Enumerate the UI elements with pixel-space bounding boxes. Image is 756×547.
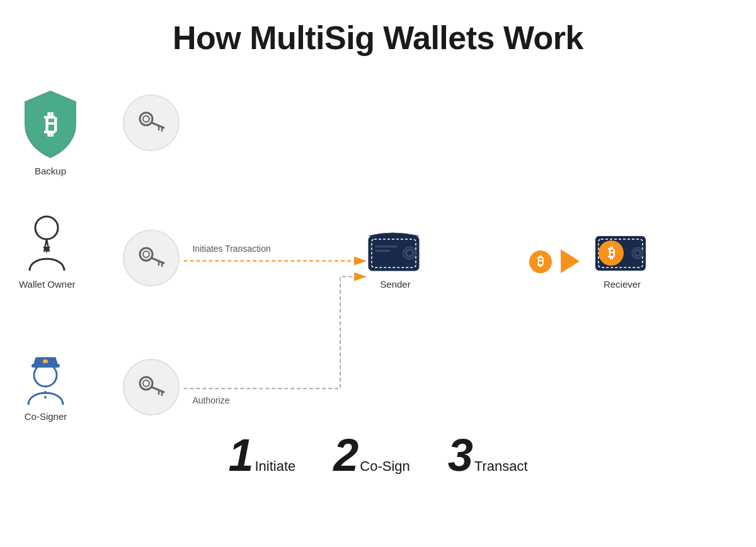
wallet-owner-icon bbox=[20, 214, 74, 274]
owner-key-icon bbox=[135, 242, 168, 274]
sender-wallet: Sender bbox=[365, 227, 425, 290]
svg-rect-29 bbox=[375, 245, 397, 247]
steps-row: 1 Initiate 2 Co-Sign 3 Transact bbox=[0, 432, 756, 478]
receiver-wallet-icon: ₿ bbox=[592, 227, 652, 274]
step-3: 3 Transact bbox=[448, 432, 528, 478]
svg-text:₿: ₿ bbox=[608, 245, 615, 261]
cosigner-actor: Co-Signer bbox=[19, 346, 72, 422]
backup-key-circle bbox=[123, 94, 180, 151]
svg-point-6 bbox=[35, 217, 58, 239]
diagram-area: ₿ Backup Wallet Owner bbox=[0, 76, 756, 484]
svg-point-11 bbox=[143, 251, 149, 257]
sender-label: Sender bbox=[380, 279, 410, 290]
svg-text:Initiates Transaction: Initiates Transaction bbox=[192, 244, 270, 254]
svg-point-20 bbox=[140, 377, 152, 390]
right-arrow-icon bbox=[561, 249, 580, 276]
backup-label: Backup bbox=[35, 166, 66, 176]
receiver-label: Reciever bbox=[604, 279, 641, 290]
svg-point-2 bbox=[143, 116, 149, 122]
owner-key-circle bbox=[123, 230, 180, 286]
triangle-arrow-icon bbox=[561, 249, 580, 273]
svg-marker-33 bbox=[561, 249, 580, 273]
wallet-owner-actor: Wallet Owner bbox=[19, 214, 75, 290]
svg-text:Authorize: Authorize bbox=[192, 395, 229, 405]
step-3-label: Transact bbox=[474, 458, 528, 475]
backup-key-icon bbox=[135, 106, 168, 139]
wallet-owner-label: Wallet Owner bbox=[19, 279, 75, 290]
cosigner-key-circle bbox=[123, 359, 180, 415]
svg-point-10 bbox=[140, 248, 152, 261]
bitcoin-shield-icon: ₿ bbox=[19, 88, 82, 161]
receiver-wallet: ₿ Reciever bbox=[592, 227, 652, 290]
cosigner-icon bbox=[19, 346, 72, 406]
svg-text:₿: ₿ bbox=[44, 110, 57, 139]
step-1: 1 Initiate bbox=[228, 432, 295, 478]
bitcoin-coin-icon: ₿ bbox=[529, 251, 552, 273]
cosigner-key-icon bbox=[135, 371, 168, 403]
step-1-label: Initiate bbox=[255, 458, 295, 475]
step-1-number: 1 bbox=[228, 432, 253, 478]
backup-actor: ₿ Backup bbox=[19, 88, 82, 176]
page-title: How MultiSig Wallets Work bbox=[0, 0, 756, 57]
svg-rect-30 bbox=[375, 250, 391, 252]
cosigner-label: Co-Signer bbox=[25, 411, 67, 422]
step-2-label: Co-Sign bbox=[360, 458, 410, 475]
bitcoin-transfer-coin: ₿ bbox=[529, 251, 552, 276]
svg-point-19 bbox=[44, 396, 47, 398]
svg-point-1 bbox=[140, 113, 152, 125]
step-3-number: 3 bbox=[448, 432, 473, 478]
svg-point-21 bbox=[143, 380, 149, 386]
step-2-number: 2 bbox=[333, 432, 358, 478]
svg-point-39 bbox=[635, 251, 640, 256]
svg-text:₿: ₿ bbox=[537, 254, 544, 268]
sender-wallet-icon bbox=[365, 227, 425, 274]
step-2: 2 Co-Sign bbox=[333, 432, 410, 478]
svg-point-18 bbox=[44, 391, 47, 393]
svg-point-28 bbox=[406, 250, 413, 256]
